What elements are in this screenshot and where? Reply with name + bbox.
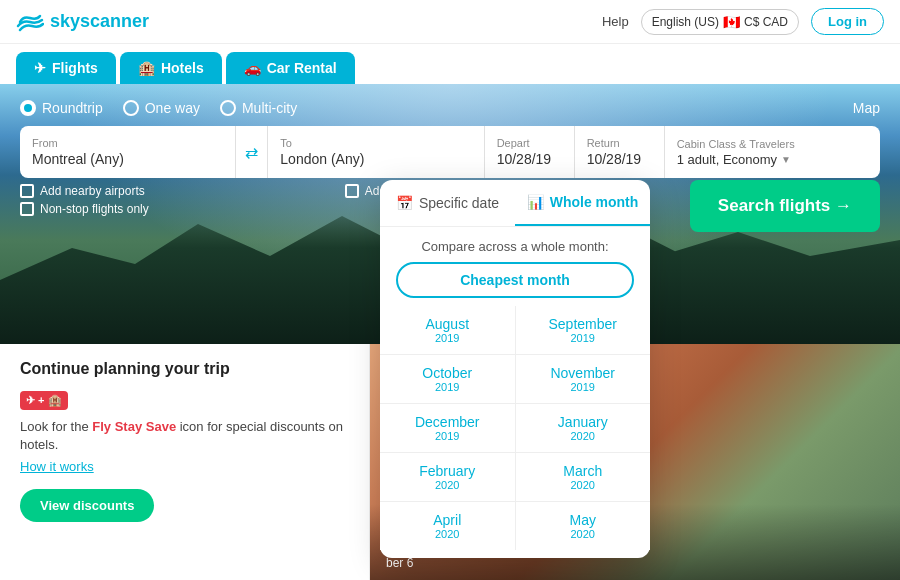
from-value: Montreal (Any) [32, 151, 223, 167]
month-year: 2020 [380, 528, 515, 540]
whole-month-tab[interactable]: 📊 Whole month [515, 180, 650, 226]
month-cell[interactable]: October2019 [380, 355, 515, 403]
month-name: November [516, 365, 651, 381]
to-label: To [280, 137, 471, 149]
month-year: 2019 [516, 332, 651, 344]
month-cell[interactable]: September2019 [516, 306, 651, 354]
depart-label: Depart [497, 137, 562, 149]
month-year: 2020 [380, 479, 515, 491]
month-year: 2020 [516, 479, 651, 491]
planning-description: Look for the Fly Stay Save icon for spec… [20, 418, 349, 477]
hero-section: Roundtrip One way Multi-city Map From Mo… [0, 84, 900, 344]
from-label: From [32, 137, 223, 149]
swap-button[interactable]: ⇄ [236, 126, 268, 178]
return-input-group[interactable]: Return 10/28/19 [575, 126, 665, 178]
tab-flights-label: Flights [52, 60, 98, 76]
nav-tabs: ✈ Flights 🏨 Hotels 🚗 Car Rental [0, 44, 900, 84]
one-way-option[interactable]: One way [123, 100, 200, 116]
logo-text: skyscanner [50, 11, 149, 32]
month-name: January [516, 414, 651, 430]
map-link[interactable]: Map [853, 100, 880, 116]
month-year: 2019 [516, 381, 651, 393]
logo[interactable]: skyscanner [16, 11, 149, 32]
from-input-group[interactable]: From Montreal (Any) [20, 126, 236, 178]
month-cell[interactable]: August2019 [380, 306, 515, 354]
multi-city-radio[interactable] [220, 100, 236, 116]
nearby-airports-1-checkbox[interactable]: Add nearby airports [20, 184, 145, 198]
roundtrip-radio[interactable] [20, 100, 36, 116]
tab-car-rental[interactable]: 🚗 Car Rental [226, 52, 355, 84]
cabin-label: Cabin Class & Travelers [677, 138, 868, 150]
help-link[interactable]: Help [602, 14, 629, 29]
tab-hotels[interactable]: 🏨 Hotels [120, 52, 222, 84]
month-name: September [516, 316, 651, 332]
whole-month-label: Whole month [550, 194, 639, 210]
month-year: 2020 [516, 528, 651, 540]
header: skyscanner Help English (US) 🇨🇦 C$ CAD L… [0, 0, 900, 44]
month-cell[interactable]: April2020 [380, 502, 515, 550]
month-name: August [380, 316, 515, 332]
view-discounts-button[interactable]: View discounts [20, 489, 154, 522]
picker-tabs: 📅 Specific date 📊 Whole month [380, 180, 650, 227]
fly-stay-icon: ✈ + 🏨 [20, 391, 68, 410]
month-cell[interactable]: January2020 [516, 404, 651, 452]
month-name: October [380, 365, 515, 381]
search-form: Roundtrip One way Multi-city Map From Mo… [0, 100, 900, 216]
return-value: 10/28/19 [587, 151, 652, 167]
specific-date-label: Specific date [419, 195, 499, 211]
cabin-value: 1 adult, Economy [677, 152, 777, 167]
month-cell[interactable]: March2020 [516, 453, 651, 501]
to-input-group[interactable]: To London (Any) [268, 126, 484, 178]
tab-car-label: Car Rental [267, 60, 337, 76]
month-cell[interactable]: November2019 [516, 355, 651, 403]
planning-title: Continue planning your trip [20, 360, 349, 378]
chevron-down-icon: ▼ [781, 154, 791, 165]
flag-icon: 🇨🇦 [723, 14, 740, 30]
nearby-1-box[interactable] [20, 184, 34, 198]
tab-flights[interactable]: ✈ Flights [16, 52, 116, 84]
date-picker-dropdown: 📅 Specific date 📊 Whole month Compare ac… [380, 180, 650, 558]
roundtrip-option[interactable]: Roundtrip [20, 100, 103, 116]
specific-date-tab[interactable]: 📅 Specific date [380, 180, 515, 226]
compare-text: Compare across a whole month: [380, 227, 650, 262]
depart-input-group[interactable]: Depart 10/28/19 [485, 126, 575, 178]
fly-stay-text: Fly Stay Save [92, 419, 176, 434]
month-year: 2019 [380, 332, 515, 344]
nonstop-box[interactable] [20, 202, 34, 216]
trip-type-selector: Roundtrip One way Multi-city Map [20, 100, 880, 116]
search-flights-button[interactable]: Search flights → [690, 180, 880, 232]
nonstop-label: Non-stop flights only [40, 202, 149, 216]
one-way-label: One way [145, 100, 200, 116]
month-year: 2020 [516, 430, 651, 442]
month-name: March [516, 463, 651, 479]
hotels-icon: 🏨 [138, 60, 155, 76]
cheapest-month-button[interactable]: Cheapest month [396, 262, 634, 298]
roundtrip-label: Roundtrip [42, 100, 103, 116]
login-button[interactable]: Log in [811, 8, 884, 35]
one-way-radio[interactable] [123, 100, 139, 116]
calendar-icon: 📅 [396, 195, 413, 211]
month-name: February [380, 463, 515, 479]
logo-icon [16, 12, 44, 32]
month-cell[interactable]: February2020 [380, 453, 515, 501]
language-selector[interactable]: English (US) 🇨🇦 C$ CAD [641, 9, 799, 35]
to-value: London (Any) [280, 151, 471, 167]
cabin-input-group[interactable]: Cabin Class & Travelers 1 adult, Economy… [665, 126, 880, 178]
tab-hotels-label: Hotels [161, 60, 204, 76]
month-grid: August2019September2019October2019Novemb… [380, 306, 650, 550]
how-it-works-link[interactable]: How it works [20, 458, 349, 476]
month-cell[interactable]: May2020 [516, 502, 651, 550]
month-name: April [380, 512, 515, 528]
header-right: Help English (US) 🇨🇦 C$ CAD Log in [602, 8, 884, 35]
nearby-1-label: Add nearby airports [40, 184, 145, 198]
nearby-2-box[interactable] [345, 184, 359, 198]
month-cell[interactable]: December2019 [380, 404, 515, 452]
car-icon: 🚗 [244, 60, 261, 76]
destination-date: ber 6 [386, 556, 884, 570]
month-name: May [516, 512, 651, 528]
multi-city-option[interactable]: Multi-city [220, 100, 297, 116]
depart-value: 10/28/19 [497, 151, 562, 167]
return-label: Return [587, 137, 652, 149]
planning-card: Continue planning your trip ✈ + 🏨 Look f… [0, 344, 370, 580]
chart-icon: 📊 [527, 194, 544, 210]
